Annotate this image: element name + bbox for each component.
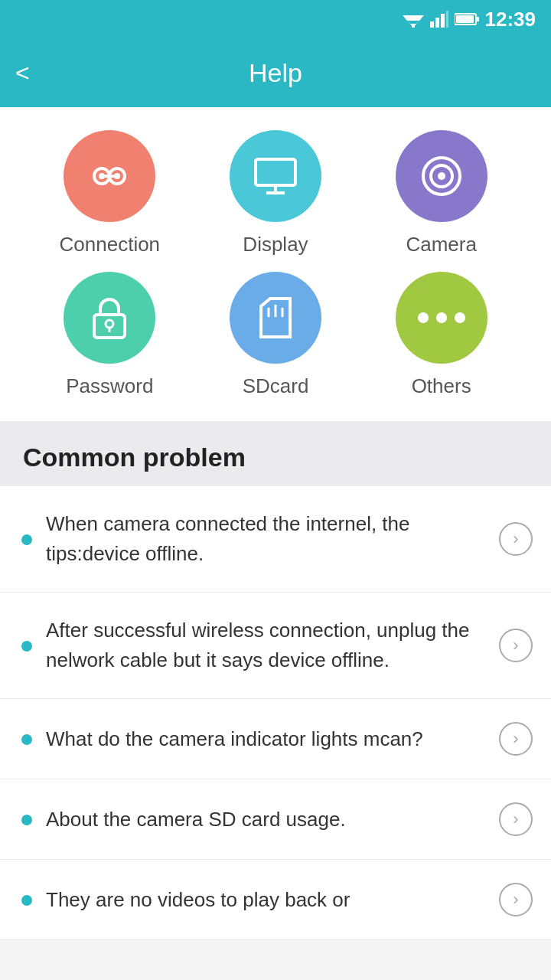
- category-sdcard[interactable]: SDcard: [197, 272, 355, 398]
- connection-label: Connection: [60, 233, 161, 256]
- status-icons: 12:39: [403, 8, 536, 31]
- section-title: Common problem: [23, 443, 246, 472]
- others-circle: [396, 272, 487, 364]
- problem-text-4: About the camera SD card usage.: [46, 805, 485, 835]
- chevron-btn-5[interactable]: ›: [499, 883, 533, 916]
- svg-point-21: [438, 172, 445, 180]
- common-problem-section: Common problem: [0, 421, 551, 486]
- password-label: Password: [66, 374, 153, 398]
- svg-point-28: [418, 312, 429, 323]
- wifi-icon: [403, 11, 424, 28]
- problem-item-2[interactable]: After successful wireless connection, un…: [0, 593, 551, 699]
- page-title: Help: [249, 58, 302, 88]
- camera-circle: [396, 130, 487, 222]
- display-label: Display: [243, 233, 308, 256]
- bullet-2: [21, 641, 32, 652]
- problem-text-1: When camera connected the internel, the …: [46, 509, 485, 569]
- chevron-btn-4[interactable]: ›: [499, 802, 533, 836]
- bullet-5: [21, 895, 32, 906]
- svg-rect-9: [476, 17, 479, 21]
- bullet-4: [21, 815, 32, 825]
- category-camera[interactable]: Camera: [362, 130, 520, 256]
- sdcard-label: SDcard: [243, 374, 309, 398]
- problem-item-4[interactable]: About the camera SD card usage. ›: [0, 779, 551, 860]
- problem-text-3: What do the camera indicator lights mcan…: [46, 724, 485, 754]
- category-password[interactable]: Password: [31, 272, 189, 398]
- bullet-3: [21, 734, 32, 745]
- back-button[interactable]: <: [15, 59, 30, 87]
- category-connection[interactable]: Connection: [31, 130, 189, 256]
- display-circle: [230, 130, 321, 222]
- svg-point-14: [99, 173, 105, 179]
- category-grid: Connection Display Camera: [0, 107, 551, 421]
- others-label: Others: [412, 374, 471, 398]
- problem-item-3[interactable]: What do the camera indicator lights mcan…: [0, 699, 551, 779]
- svg-rect-6: [441, 14, 445, 28]
- camera-label: Camera: [406, 233, 476, 256]
- svg-point-15: [114, 173, 120, 179]
- svg-rect-5: [435, 18, 439, 28]
- battery-icon: [455, 12, 479, 26]
- status-bar: 12:39: [0, 0, 551, 38]
- chevron-btn-3[interactable]: ›: [499, 722, 533, 756]
- svg-rect-4: [430, 21, 434, 28]
- chevron-btn-1[interactable]: ›: [499, 522, 533, 556]
- sdcard-circle: [230, 272, 321, 364]
- status-time: 12:39: [485, 8, 536, 31]
- svg-rect-16: [256, 159, 295, 185]
- category-others[interactable]: Others: [362, 272, 520, 398]
- bullet-1: [21, 534, 32, 545]
- signal-icon: [430, 11, 448, 28]
- svg-rect-7: [446, 11, 448, 28]
- chevron-btn-2[interactable]: ›: [499, 629, 533, 662]
- connection-circle: [64, 130, 155, 222]
- app-header: < Help: [0, 38, 551, 107]
- svg-point-29: [436, 312, 447, 323]
- problem-list: When camera connected the internel, the …: [0, 486, 551, 940]
- password-circle: [64, 272, 155, 364]
- problem-item-5[interactable]: They are no videos to play back or ›: [0, 860, 551, 940]
- svg-rect-22: [94, 315, 125, 338]
- svg-rect-10: [456, 15, 474, 23]
- problem-text-2: After successful wireless connection, un…: [46, 616, 485, 675]
- problem-text-5: They are no videos to play back or: [46, 885, 485, 915]
- svg-point-30: [455, 312, 465, 323]
- svg-point-23: [106, 320, 113, 328]
- problem-item-1[interactable]: When camera connected the internel, the …: [0, 486, 551, 593]
- category-display[interactable]: Display: [197, 130, 355, 256]
